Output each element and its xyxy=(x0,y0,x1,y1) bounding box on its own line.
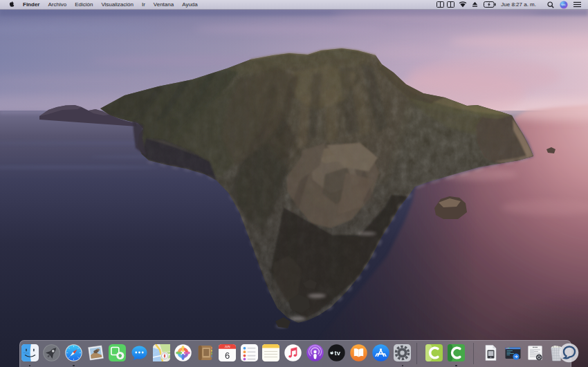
svg-text:JUN: JUN xyxy=(224,345,230,348)
svg-text:6: 6 xyxy=(225,350,230,361)
svg-text:tv: tv xyxy=(335,349,341,357)
